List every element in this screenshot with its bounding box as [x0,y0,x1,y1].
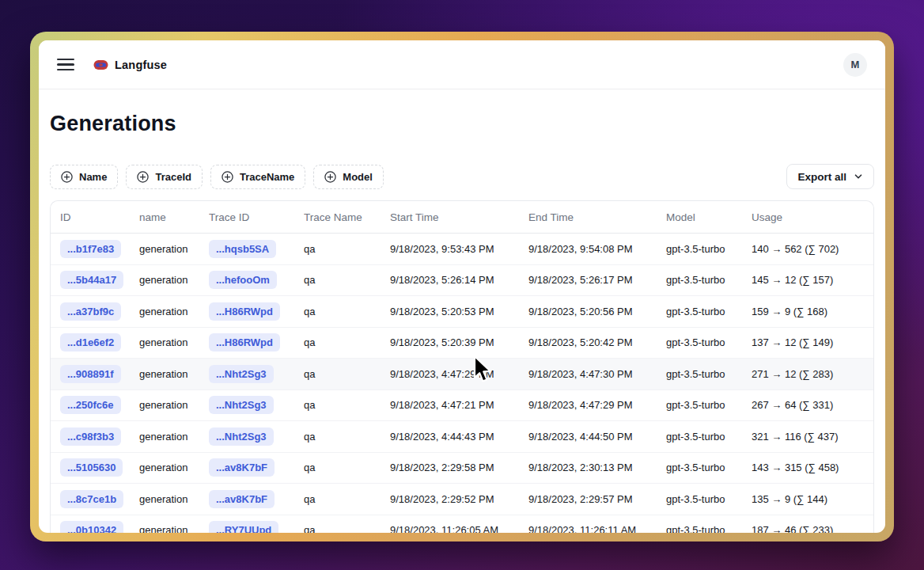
cell-model: gpt-3.5-turbo [666,274,752,286]
trace-id-badge[interactable]: ...Nht2Sg3 [209,365,274,383]
cell-usage: 137 → 12 (∑ 149) [752,336,873,348]
cell-name: generation [139,493,209,505]
cell-usage: 267 → 64 (∑ 331) [752,399,873,411]
cell-id: ...908891f [51,365,139,383]
cell-name: generation [139,243,209,255]
filter-label: Name [79,171,107,183]
cell-model: gpt-3.5-turbo [666,399,752,411]
cell-start: 9/18/2023, 11:26:05 AM [390,524,528,533]
cell-id: ...8c7ce1b [51,490,139,508]
cell-trace-id: ...Nht2Sg3 [209,428,304,446]
trace-id-badge[interactable]: ...hqsb5SA [209,240,276,258]
cell-model: gpt-3.5-turbo [666,524,752,533]
table-row[interactable]: ...8c7ce1bgeneration...av8K7bFqa9/18/202… [51,484,873,515]
main-content: Generations NameTraceIdTraceNameModel Ex… [39,112,885,533]
id-badge[interactable]: ...a37bf9c [60,302,121,321]
cell-name: generation [139,431,209,443]
chevron-down-icon [854,172,863,181]
table-row[interactable]: ...5b44a17generation...hefooOmqa9/18/202… [51,265,873,297]
id-badge[interactable]: ...5105630 [60,458,123,477]
cell-start: 9/18/2023, 2:29:58 PM [390,462,528,473]
cell-name: generation [139,336,209,348]
column-header: name [139,211,209,223]
cell-model: gpt-3.5-turbo [666,431,752,443]
filter-button-tracename[interactable]: TraceName [210,165,305,189]
trace-id-badge[interactable]: ...RY7UUpd [209,521,278,533]
trace-id-badge[interactable]: ...Nht2Sg3 [209,428,274,446]
cell-start: 9/18/2023, 5:20:39 PM [390,336,528,348]
table-row[interactable]: ...c98f3b3generation...Nht2Sg3qa9/18/202… [51,421,873,453]
app-window: Langfuse M Generations NameTraceIdTraceN… [30,32,894,542]
column-header: Trace ID [209,211,304,223]
id-badge[interactable]: ...b1f7e83 [60,240,121,258]
cell-id: ...0b10342 [51,521,139,533]
column-header: Usage [752,211,873,223]
trace-id-badge[interactable]: ...H86RWpd [209,302,280,321]
desktop-background: { "app": { "brand": "Langfuse", "avatar_… [0,0,924,570]
trace-id-badge[interactable]: ...H86RWpd [209,333,280,352]
export-all-button[interactable]: Export all [786,164,874,189]
id-badge[interactable]: ...8c7ce1b [60,490,123,508]
column-header: ID [51,211,139,223]
trace-id-badge[interactable]: ...hefooOm [209,271,277,289]
table-row[interactable]: ...908891fgeneration...Nht2Sg3qa9/18/202… [51,359,873,390]
cell-name: generation [139,462,209,473]
column-header: End Time [528,211,666,223]
langfuse-logo-icon [93,59,108,70]
trace-id-badge[interactable]: ...av8K7bF [209,490,275,508]
table-row[interactable]: ...250fc6egeneration...Nht2Sg3qa9/18/202… [51,390,873,422]
table-row[interactable]: ...a37bf9cgeneration...H86RWpdqa9/18/202… [51,296,873,328]
cell-trace-id: ...hqsb5SA [209,240,304,258]
cell-end: 9/18/2023, 2:29:57 PM [528,493,666,505]
cell-start: 9/18/2023, 4:47:21 PM [390,399,528,411]
table-row[interactable]: ...d1e6ef2generation...H86RWpdqa9/18/202… [51,328,873,359]
trace-id-badge[interactable]: ...Nht2Sg3 [209,396,274,414]
cell-usage: 135 → 9 (∑ 144) [752,493,873,505]
cell-trace-id: ...Nht2Sg3 [209,396,304,414]
cell-trace-name: qa [304,493,390,505]
table-row[interactable]: ...5105630generation...av8K7bFqa9/18/202… [51,453,873,484]
table-row[interactable]: ...b1f7e83generation...hqsb5SAqa9/18/202… [51,234,873,265]
id-badge[interactable]: ...908891f [60,365,121,383]
cell-name: generation [139,274,209,286]
cell-id: ...d1e6ef2 [51,333,139,352]
cell-trace-name: qa [304,462,390,473]
cell-id: ...5b44a17 [51,271,139,289]
filter-button-name[interactable]: Name [50,165,118,189]
cell-name: generation [139,399,209,411]
cell-id: ...b1f7e83 [51,240,139,258]
plus-circle-icon [324,171,336,183]
cell-name: generation [139,306,209,317]
cell-usage: 321 → 116 (∑ 437) [752,431,873,443]
id-badge[interactable]: ...d1e6ef2 [60,333,121,352]
langfuse-app: Langfuse M Generations NameTraceIdTraceN… [39,40,885,533]
cell-usage: 145 → 12 (∑ 157) [752,274,873,286]
cell-trace-name: qa [304,368,390,380]
export-all-label: Export all [797,171,846,183]
plus-circle-icon [222,171,233,183]
id-badge[interactable]: ...5b44a17 [60,271,123,289]
cell-start: 9/18/2023, 2:29:52 PM [390,493,528,505]
hamburger-menu-icon[interactable] [57,59,74,71]
cell-name: generation [139,524,209,533]
brand[interactable]: Langfuse [93,59,167,71]
filter-button-traceid[interactable]: TraceId [126,165,203,189]
column-header: Model [666,211,752,223]
cell-trace-name: qa [304,524,390,533]
trace-id-badge[interactable]: ...av8K7bF [209,458,275,477]
user-avatar[interactable]: M [843,53,867,77]
cell-id: ...a37bf9c [51,302,139,321]
id-badge[interactable]: ...c98f3b3 [60,428,121,446]
column-header: Start Time [390,211,528,223]
cell-model: gpt-3.5-turbo [666,243,752,255]
page-title: Generations [50,112,874,136]
filter-label: TraceName [240,171,294,183]
table-row[interactable]: ...0b10342generation...RY7UUpdqa9/18/202… [51,515,873,534]
id-badge[interactable]: ...0b10342 [60,521,123,533]
filter-button-model[interactable]: Model [313,165,384,189]
cell-end: 9/18/2023, 5:20:56 PM [528,306,666,317]
cell-end: 9/18/2023, 2:30:13 PM [528,462,666,473]
cell-trace-name: qa [304,431,390,443]
cell-start: 9/18/2023, 4:47:29 PM [390,368,528,380]
id-badge[interactable]: ...250fc6e [60,396,121,414]
